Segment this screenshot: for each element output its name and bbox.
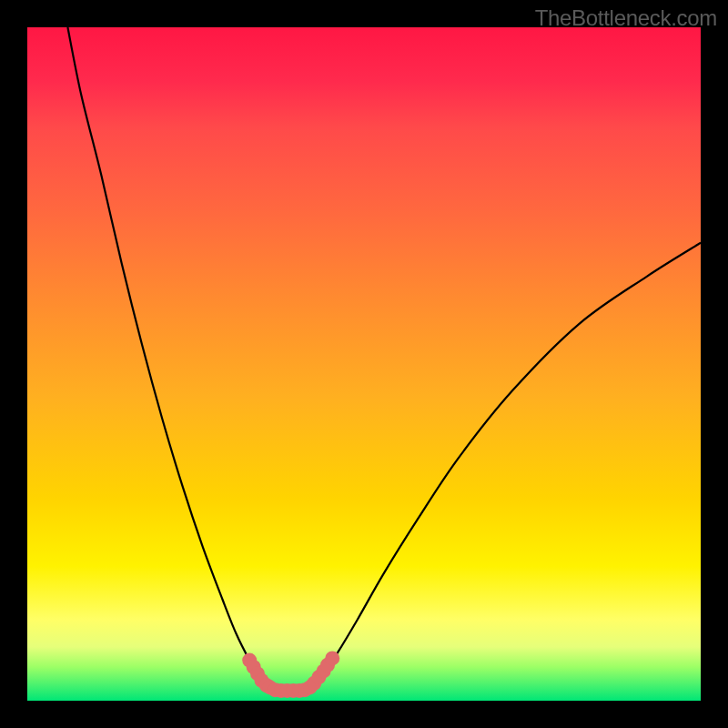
curve-left — [67, 27, 269, 687]
curve-layer — [27, 27, 701, 701]
chart-stage: TheBottleneck.com — [0, 0, 728, 728]
watermark-label: TheBottleneck.com — [535, 5, 717, 31]
marker-dot — [325, 651, 339, 665]
marker-cluster — [242, 651, 339, 698]
curve-right — [310, 243, 701, 687]
plot-area — [27, 27, 701, 701]
